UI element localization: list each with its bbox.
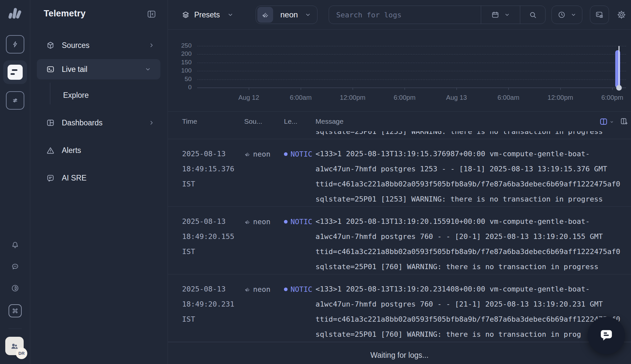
chat-bubble-icon [598,327,615,344]
sidebar-item-label: Sources [62,41,89,50]
log-time-cell: 2025-08-13 18:49:20.231 IST [182,282,243,327]
chevron-down-icon[interactable] [610,120,614,124]
x-axis-tick-label: Aug 12 [229,94,269,101]
log-level-label: NOTIC [291,150,312,158]
sidebar-item-live-tail-active[interactable]: Live tail [37,59,160,79]
log-row[interactable]: 2025-08-13 18:49:20.155 IST neon NOTIC <… [168,207,631,274]
log-level-label: NOTIC [291,218,312,226]
command-icon [11,307,19,315]
sidebar-item-explore[interactable]: Explore [63,86,89,104]
log-time-cell: 2025-08-13 18:49:15.376 IST [182,146,243,192]
help-chat-button[interactable] [588,317,625,354]
log-message-line: a1wc47un-7hmfd postgres 760 - - [20-1] 2… [316,229,631,244]
log-message-line: <133>1 2025-08-13T13:19:15.376987+00:00 … [316,146,631,161]
log-time-zone: IST [182,244,243,259]
date-range-button[interactable] [481,6,520,24]
log-stream-icon [257,7,273,23]
log-time-date: 2025-08-13 [182,214,243,229]
columns-layout-icon[interactable] [599,117,608,126]
collapse-sidebar-icon[interactable] [147,9,156,19]
middleware-logo-icon [7,5,23,20]
rail-quick-actions-button[interactable] [6,35,24,54]
x-axis-tick-label: 12:00pm [333,94,372,101]
source-filter-value: neon [280,10,298,19]
icon-rail: DR [0,0,30,364]
log-source-cell: neon [244,146,270,161]
search-input[interactable] [329,6,481,24]
column-header-message: Message [316,112,343,131]
source-filter-dropdown[interactable]: neon [256,6,317,24]
waiting-status: Waiting for logs... [168,342,631,364]
chevron-down-icon [571,12,576,18]
log-row[interactable]: 2025-08-13 18:49:15.376 IST neon NOTIC <… [168,139,631,207]
y-axis-tick-label: 100 [168,67,192,74]
x-axis-tick-label: 6:00pm [593,94,631,101]
chevron-right-icon [148,42,155,49]
search-submit-button[interactable] [520,6,545,24]
contrast-icon[interactable] [11,284,19,292]
log-time-clock: 18:49:20.231 [182,297,243,312]
time-range-button[interactable] [551,6,582,24]
page-title: Telemetry [44,9,85,19]
gridline [197,63,626,63]
bell-icon[interactable] [11,241,19,249]
x-axis-tick [249,88,249,90]
sidebar-item-label: Dashboards [62,118,103,127]
x-axis-tick-label: 6:00pm [385,94,424,101]
sidebar-item-dashboards[interactable]: Dashboards [30,113,168,133]
terminal-icon [46,65,55,74]
rail-controls-button[interactable] [6,91,24,110]
log-message-line: sqlstate=25P01 [760] WARNING: there is n… [316,327,631,342]
log-time-zone: IST [182,177,243,192]
log-row-clipped[interactable]: sqlstate=25P01 [1253] WARNING: there is … [168,131,631,139]
log-table-body: 2025-08-13 18:49:15.376 IST neon NOTIC <… [168,139,631,342]
log-message-cell: <133>1 2025-08-13T13:19:20.231408+00:00 … [316,282,631,342]
sidebar-item-sources[interactable]: Sources [30,35,168,55]
x-axis-baseline [197,88,626,88]
chat-dots-icon[interactable] [11,262,19,271]
gridline [197,71,626,71]
sidebar-item-label: Alerts [62,146,81,155]
level-dot-icon [284,152,288,156]
sidebar-item-ai-sre[interactable]: AI SRE [30,168,168,188]
live-scrubber-line[interactable] [619,46,619,88]
log-message-line: <133>1 2025-08-13T13:19:20.231408+00:00 … [316,282,631,297]
sidebar-item-alerts[interactable]: Alerts [30,140,168,160]
log-time-cell: 2025-08-13 18:49:20.155 IST [182,214,243,259]
sidebar: Telemetry Sources Live tail Explore Dash… [30,0,168,364]
rail-divider [9,329,22,329]
subnav-guide-line [50,83,50,104]
chart-bar-latest[interactable] [615,50,620,88]
log-level-cell: NOTIC [284,146,312,161]
chevron-down-icon [504,12,510,18]
rail-shortcuts-button[interactable] [9,304,22,317]
avatar-initials-badge[interactable]: DR [16,348,27,359]
add-column-icon[interactable] [619,117,628,126]
log-table-header: Time Sou... Le... Message [168,112,631,131]
search-icon [528,11,537,19]
logs-icon [8,65,23,80]
settings-gear-icon[interactable] [617,10,626,19]
x-axis-tick [612,88,613,90]
x-axis-tick [560,88,561,90]
log-message-cell: <133>1 2025-08-13T13:19:20.155910+00:00 … [316,214,631,274]
x-axis-tick-label: 12:00pm [541,94,580,101]
live-scrubber-handle[interactable] [616,85,622,91]
logs-pile-icon [244,219,250,225]
log-row[interactable]: 2025-08-13 18:49:20.231 IST neon NOTIC <… [168,274,631,342]
log-message-clipped: sqlstate=25P01 [1253] WARNING: there is … [316,131,603,139]
gridline [197,79,626,80]
log-source-cell: neon [244,214,270,229]
level-dot-icon [284,288,288,291]
chevron-right-icon [148,119,155,126]
y-axis-tick-label: 150 [168,59,192,66]
rail-logs-button-active[interactable] [3,60,27,84]
sliders-icon [11,96,19,105]
presets-dropdown[interactable]: Presets [181,0,234,30]
log-level-cell: NOTIC [284,214,312,229]
x-axis-tick [353,88,353,90]
x-axis-tick [301,88,301,90]
y-axis-tick-label: 50 [168,75,192,83]
query-mode-button[interactable] [590,6,609,24]
log-message-line: sqlstate=25P01 [760] WARNING: there is n… [316,259,631,274]
